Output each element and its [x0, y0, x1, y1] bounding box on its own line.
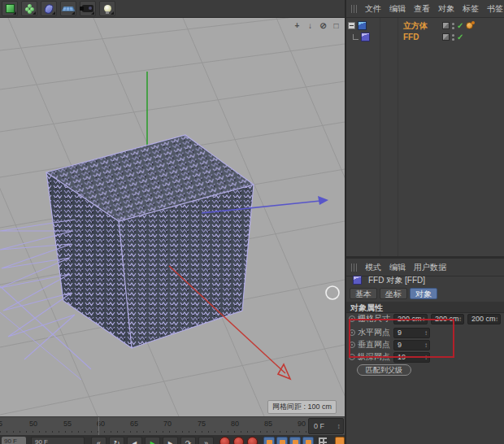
tick-80: 80 — [231, 420, 239, 428]
light-tool-icon[interactable] — [99, 1, 115, 16]
prev-frame-button[interactable]: ◄ — [127, 437, 142, 444]
play-button[interactable]: ► — [145, 437, 160, 444]
next-key-button[interactable]: ↷ — [180, 437, 196, 444]
cube-object-icon[interactable] — [358, 21, 367, 30]
ffd-cube — [46, 135, 254, 348]
horizontal-points-field[interactable]: 9↕ — [393, 328, 430, 338]
grid-size-z-field[interactable]: 200 cm↕ — [467, 314, 501, 324]
am-menu-userdata[interactable]: 用户数据 — [414, 262, 446, 273]
match-to-parent-button[interactable]: 匹配到父级 — [357, 364, 411, 376]
object-manager[interactable]: 立方体 ✓ FFD ✓ — [346, 18, 504, 256]
tick-50: 50 — [29, 420, 37, 428]
goto-end-button[interactable]: » — [198, 437, 214, 444]
ffd-object-icon[interactable] — [361, 33, 370, 41]
tick-75: 75 — [198, 420, 206, 428]
loop-button[interactable]: ↻ — [109, 437, 124, 444]
om-menu-file[interactable]: 文件 — [365, 3, 381, 15]
vertical-points-field[interactable]: 9↕ — [393, 340, 430, 350]
grid-size-x-field[interactable]: 200 cm↕ — [393, 314, 428, 324]
object-row-cube[interactable]: 立方体 ✓ — [346, 20, 504, 31]
current-frame-field[interactable]: 0 F ↕ — [308, 418, 344, 434]
key-rotation-button[interactable] — [289, 437, 301, 444]
expand-toggle-icon[interactable] — [348, 22, 355, 29]
record-button-3[interactable] — [247, 437, 258, 444]
am-menu-edit[interactable]: 编辑 — [389, 262, 406, 273]
right-panel: 文件 编辑 查看 对象 标签 书签 立方体 ✓ — [345, 0, 504, 444]
keyframe-circle-icon[interactable] — [349, 316, 355, 322]
keyframe-selection-icon[interactable] — [319, 437, 327, 444]
attribute-title-row: FFD 对象 [FFD] — [346, 274, 504, 286]
goto-start-button[interactable]: « — [91, 437, 106, 444]
key-position-button[interactable] — [263, 437, 275, 444]
camera-tool-icon[interactable] — [80, 1, 96, 16]
tab-basic[interactable]: 基本 — [350, 288, 377, 299]
record-button-1[interactable] — [219, 437, 230, 444]
om-menu-view[interactable]: 查看 — [414, 3, 430, 15]
autokey-button[interactable] — [335, 437, 345, 444]
panel-grip-icon[interactable] — [351, 5, 357, 13]
grid-size-y-field[interactable]: 200 cm↕ — [431, 314, 464, 324]
depth-points-row: 纵深网点 19↕ — [346, 351, 504, 363]
perspective-viewport[interactable]: + ↓ ⊘ □ 网格间距 : 100 cm — [0, 18, 345, 416]
enabled-check-icon[interactable]: ✓ — [457, 21, 463, 30]
property-label: 垂直网点 — [358, 339, 393, 350]
property-label: 栅格尺寸 — [358, 313, 393, 324]
am-menu-mode[interactable]: 模式 — [365, 262, 381, 273]
tab-coordinates[interactable]: 坐标 — [380, 288, 407, 299]
viewport-scene — [0, 18, 345, 416]
cube-primitive-tool-icon[interactable] — [2, 1, 18, 16]
visibility-dots[interactable] — [452, 23, 454, 29]
bend-deformer-tool-icon[interactable] — [41, 1, 57, 16]
tab-object[interactable]: 对象 — [410, 288, 437, 299]
tick-55: 55 — [63, 420, 72, 428]
range-end-field[interactable]: 90 F — [31, 437, 85, 444]
record-button-2[interactable] — [233, 437, 244, 444]
depth-points-field[interactable]: 19↕ — [393, 352, 430, 363]
tick-70: 70 — [163, 420, 172, 428]
keyframe-circle-icon[interactable] — [349, 342, 355, 348]
keyframe-circle-icon[interactable] — [349, 329, 355, 336]
attribute-title: FFD 对象 [FFD] — [368, 275, 425, 286]
layer-chip[interactable] — [442, 33, 450, 41]
tick-85: 85 — [264, 420, 272, 428]
object-row-ffd[interactable]: FFD ✓ — [346, 32, 504, 42]
om-menu-tags[interactable]: 标签 — [463, 3, 479, 15]
toggle-view-icon[interactable]: □ — [331, 21, 341, 31]
om-menu-object[interactable]: 对象 — [438, 3, 454, 15]
tick-90: 90 — [298, 420, 306, 428]
timeline-ruler[interactable]: 45 50 55 60 65 70 75 80 85 90 0 F ↕ — [0, 416, 345, 435]
viewport-nav-controls: + ↓ ⊘ □ — [292, 21, 341, 31]
horizontal-points-row: 水平网点 9↕ — [346, 327, 504, 338]
cursor-circle — [326, 286, 339, 299]
frame-stepper-icon[interactable]: ↕ — [337, 419, 341, 433]
attribute-tabs: 基本 坐标 对象 — [350, 288, 437, 299]
animation-transport-bar: 90 F 90 F « ↻ ◄ ► ► ↷ » — [0, 435, 345, 444]
rotate-view-icon[interactable]: ⊘ — [318, 21, 328, 31]
phong-tag-icon[interactable] — [466, 22, 473, 29]
current-frame-value: 0 F — [314, 422, 324, 430]
om-menu-edit[interactable]: 编辑 — [389, 3, 406, 15]
grid-spacing-label: 网格间距 : 100 cm — [267, 400, 337, 414]
key-scale-button[interactable] — [276, 437, 288, 444]
tick-65: 65 — [130, 420, 138, 428]
floor-tool-icon[interactable] — [60, 1, 76, 16]
property-label: 水平网点 — [358, 327, 393, 338]
key-parameter-button[interactable] — [302, 437, 314, 444]
dolly-view-icon[interactable]: ↓ — [305, 21, 315, 31]
layer-chip[interactable] — [442, 22, 450, 29]
panel-grip-icon[interactable] — [351, 263, 357, 272]
object-name[interactable]: FFD — [403, 33, 419, 41]
visibility-dots[interactable] — [452, 34, 454, 41]
array-tool-icon[interactable] — [21, 1, 37, 16]
keyframe-circle-icon[interactable] — [349, 354, 355, 360]
object-properties-section: 对象属性 — [346, 302, 504, 313]
tick-45: 45 — [0, 420, 2, 428]
next-frame-button[interactable]: ► — [163, 437, 178, 444]
range-start-field[interactable]: 90 F — [2, 437, 26, 444]
vertical-points-row: 垂直网点 9↕ — [346, 339, 504, 350]
enabled-check-icon[interactable]: ✓ — [457, 33, 463, 41]
object-name[interactable]: 立方体 — [403, 20, 428, 32]
om-menu-bookmarks[interactable]: 书签 — [487, 3, 503, 15]
pan-view-icon[interactable]: + — [292, 21, 302, 31]
tree-elbow — [353, 34, 358, 40]
